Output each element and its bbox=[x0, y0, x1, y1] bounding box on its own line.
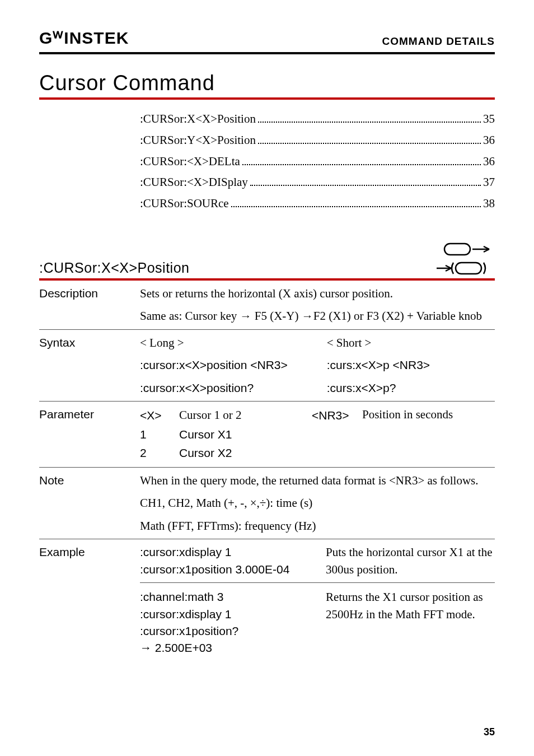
toc-page: 36 bbox=[483, 151, 495, 172]
toc-dots bbox=[242, 164, 481, 165]
page-number: 35 bbox=[484, 726, 495, 738]
description-text: Sets or returns the horizontal (X axis) … bbox=[140, 285, 495, 302]
red-rule bbox=[39, 97, 495, 100]
note-text: When in the query mode, the returned dat… bbox=[140, 472, 495, 489]
param-col-desc: Cursor 1 or 2 bbox=[179, 406, 312, 425]
header-title: COMMAND DETAILS bbox=[382, 35, 495, 48]
param-col-head: <NR3> bbox=[312, 406, 362, 425]
label-note: Note bbox=[39, 472, 140, 534]
toc-page: 38 bbox=[483, 193, 495, 214]
param-row: 1 bbox=[140, 425, 179, 444]
toc-row: :CURSor:<X>DISplay 37 bbox=[140, 172, 495, 193]
header-rule bbox=[39, 52, 495, 54]
example-code: :cursor:x1position 3.000E-04 bbox=[140, 561, 326, 578]
param-col-desc: Position in seconds bbox=[362, 406, 495, 423]
label-syntax: Syntax bbox=[39, 334, 140, 396]
note-text: Math (FFT, FFTrms): frequency (Hz) bbox=[140, 517, 495, 534]
page-title: Cursor Command bbox=[39, 71, 495, 95]
set-query-icon bbox=[433, 241, 495, 276]
description-text: Same as: Cursor key → F5 (X-Y) →F2 (X1) … bbox=[140, 307, 495, 324]
toc-cmd: :CURSor:X<X>Position bbox=[140, 109, 256, 130]
toc-cmd: :CURSor:<X>DISplay bbox=[140, 172, 248, 193]
svg-rect-0 bbox=[444, 244, 470, 255]
toc-page: 37 bbox=[483, 172, 495, 193]
example-code: :channel:math 3 bbox=[140, 589, 326, 605]
example-code: → 2.500E+03 bbox=[140, 640, 326, 656]
toc-cmd: :CURSor:SOURce bbox=[140, 193, 229, 214]
toc-row: :CURSor:<X>DELta 36 bbox=[140, 151, 495, 172]
syntax-short-header: < Short > bbox=[327, 334, 495, 351]
syntax-short: :curs:x<X>p? bbox=[327, 380, 495, 396]
param-col-head: <X> bbox=[140, 406, 179, 425]
toc-row: :CURSor:Y<X>Position 36 bbox=[140, 130, 495, 151]
toc-page: 36 bbox=[483, 130, 495, 151]
toc-page: 35 bbox=[483, 109, 495, 130]
toc-dots bbox=[231, 206, 481, 207]
example-result: Returns the X1 cursor position as 2500Hz… bbox=[326, 589, 495, 657]
brand-logo: GᵂINSTEK bbox=[39, 28, 129, 48]
svg-rect-3 bbox=[456, 263, 481, 274]
toc: :CURSor:X<X>Position 35 :CURSor:Y<X>Posi… bbox=[140, 109, 495, 214]
toc-dots bbox=[258, 143, 481, 144]
param-row: 2 bbox=[140, 444, 179, 463]
example-code: :cursor:xdisplay 1 bbox=[140, 606, 326, 623]
toc-cmd: :CURSor:Y<X>Position bbox=[140, 130, 256, 151]
label-description: Description bbox=[39, 285, 140, 325]
param-row-desc: Cursor X1 bbox=[179, 425, 312, 444]
toc-row: :CURSor:X<X>Position 35 bbox=[140, 109, 495, 130]
toc-cmd: :CURSor:<X>DELta bbox=[140, 151, 240, 172]
param-row-desc: Cursor X2 bbox=[179, 444, 312, 463]
syntax-long: :cursor:x<X>position? bbox=[140, 380, 327, 396]
toc-dots bbox=[250, 185, 481, 186]
example-code: :cursor:xdisplay 1 bbox=[140, 544, 326, 561]
label-example: Example bbox=[39, 544, 140, 657]
command-name: :CURSor:X<X>Position bbox=[39, 260, 189, 276]
syntax-long: :cursor:x<X>position <NR3> bbox=[140, 357, 327, 374]
example-code: :cursor:x1position? bbox=[140, 623, 326, 640]
note-text: CH1, CH2, Math (+, -, ×,÷): time (s) bbox=[140, 494, 495, 511]
example-result: Puts the horizontal cursor X1 at the 300… bbox=[326, 544, 495, 578]
syntax-short: :curs:x<X>p <NR3> bbox=[327, 357, 495, 374]
toc-row: :CURSor:SOURce 38 bbox=[140, 193, 495, 214]
syntax-long-header: < Long > bbox=[140, 334, 327, 351]
toc-dots bbox=[258, 122, 481, 123]
label-parameter: Parameter bbox=[39, 406, 140, 463]
